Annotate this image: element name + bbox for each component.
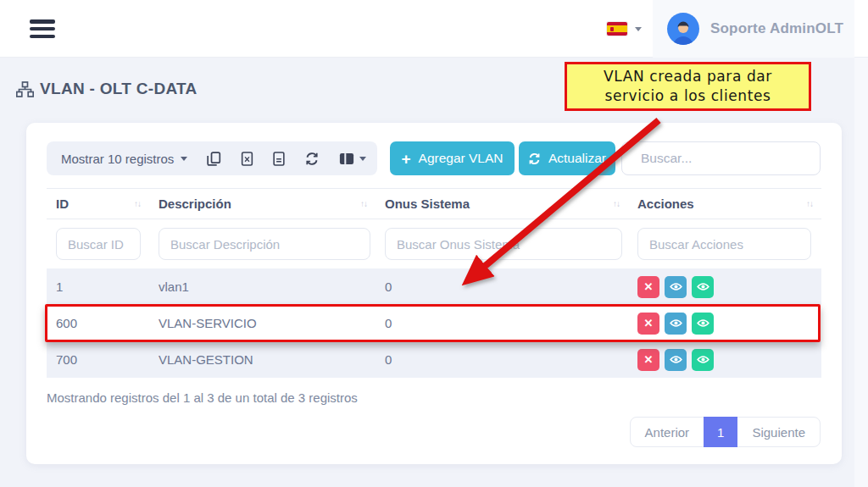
filter-onus-sistema-input[interactable]	[385, 228, 622, 260]
pagination-page-1-button[interactable]: 1	[704, 417, 737, 447]
excel-file-icon	[241, 152, 253, 166]
filter-row	[47, 219, 821, 269]
page-title: VLAN - OLT C-DATA	[40, 80, 198, 98]
reload-table-button[interactable]	[304, 152, 320, 166]
view-vlan-button[interactable]	[665, 349, 687, 371]
table-row-vlan1[interactable]: 1 vlan1 0 ✕	[47, 268, 821, 305]
hamburger-menu-icon[interactable]	[30, 19, 55, 38]
view-onus-button[interactable]	[692, 313, 714, 335]
cell-id: 600	[47, 305, 149, 341]
refresh-label: Actualizar	[548, 151, 606, 166]
user-menu[interactable]: Soporte AdminOLT	[653, 0, 854, 58]
eye-icon	[670, 355, 682, 364]
add-vlan-label: Agregar VLAN	[419, 151, 504, 166]
sort-icon[interactable]: ↑↓	[360, 196, 367, 208]
copy-icon	[207, 152, 221, 166]
chevron-down-icon	[635, 27, 642, 31]
cell-onus-sistema: 0	[376, 305, 628, 341]
cell-descripcion: VLAN-SERVICIO	[149, 305, 376, 341]
table-toolbar: Mostrar 10 registros	[47, 141, 821, 175]
pagination: Anterior 1 Siguiente	[630, 417, 821, 447]
export-excel-button[interactable]	[241, 152, 253, 166]
page-header: VLAN - OLT C-DATA	[16, 80, 198, 98]
avatar	[667, 13, 699, 45]
column-header-descripcion[interactable]: Descripción↑↓	[149, 189, 376, 219]
view-onus-button[interactable]	[692, 349, 714, 371]
refresh-icon	[528, 152, 541, 165]
column-header-onus-sistema[interactable]: Onus Sistema↑↓	[376, 189, 628, 219]
filter-acciones-input[interactable]	[637, 228, 811, 260]
view-vlan-button[interactable]	[665, 313, 687, 335]
global-search	[621, 141, 821, 175]
eye-icon	[697, 355, 709, 364]
spain-flag-icon	[607, 22, 627, 36]
pagination-next-button[interactable]: Siguiente	[737, 417, 821, 447]
top-navbar: Soporte AdminOLT	[0, 0, 868, 58]
sitemap-icon	[16, 81, 34, 97]
refresh-icon	[304, 152, 320, 166]
chevron-down-icon	[359, 157, 366, 161]
user-name: Soporte AdminOLT	[710, 20, 843, 37]
file-lines-icon	[273, 152, 285, 166]
x-icon: ✕	[644, 353, 654, 366]
cell-onus-sistema: 0	[376, 341, 628, 378]
filter-id-input[interactable]	[56, 228, 141, 260]
column-visibility-dropdown[interactable]	[339, 152, 366, 165]
annotation-line-1: VLAN creada para dar	[604, 67, 772, 86]
eye-icon	[670, 318, 682, 328]
chevron-down-icon	[181, 157, 187, 161]
columns-icon	[339, 152, 354, 165]
annotation-line-2: servicio a los clientes	[604, 86, 772, 106]
plus-icon: +	[401, 151, 410, 167]
scrollbar-track[interactable]	[854, 58, 868, 487]
add-vlan-button[interactable]: + Agregar VLAN	[390, 141, 515, 175]
eye-icon	[697, 318, 709, 328]
header-row: ID↑↓ Descripción↑↓ Onus Sistema↑↓ Accion…	[47, 189, 821, 219]
copy-button[interactable]	[207, 152, 221, 166]
table-tools-group: Mostrar 10 registros	[47, 141, 377, 175]
sort-icon[interactable]: ↑↓	[613, 196, 620, 208]
export-file-button[interactable]	[273, 152, 285, 166]
sort-icon[interactable]: ↑↓	[134, 196, 141, 208]
show-entries-label: Mostrar 10 registros	[61, 152, 174, 166]
cell-id: 700	[47, 341, 149, 378]
refresh-button[interactable]: Actualizar	[519, 141, 615, 175]
eye-icon	[670, 282, 682, 291]
view-onus-button[interactable]	[692, 276, 714, 298]
show-entries-dropdown[interactable]: Mostrar 10 registros	[61, 152, 187, 166]
cell-descripcion: VLAN-GESTION	[149, 341, 376, 378]
x-icon: ✕	[644, 317, 654, 329]
table-row-vlan-servicio[interactable]: 600 VLAN-SERVICIO 0 ✕	[47, 305, 821, 341]
column-header-acciones[interactable]: Acciones↑↓	[628, 189, 821, 219]
cell-descripcion: vlan1	[149, 268, 376, 305]
cell-id: 1	[47, 268, 149, 305]
view-vlan-button[interactable]	[665, 276, 687, 298]
delete-vlan-button[interactable]: ✕	[637, 313, 659, 335]
delete-vlan-button[interactable]: ✕	[637, 349, 659, 371]
table-info-text: Mostrando registros del 1 al 3 de un tot…	[47, 390, 358, 405]
delete-vlan-button[interactable]: ✕	[637, 276, 659, 298]
x-icon: ✕	[644, 280, 654, 293]
cell-onus-sistema: 0	[376, 268, 628, 305]
language-selector[interactable]	[607, 22, 642, 36]
sort-icon[interactable]: ↑↓	[806, 196, 813, 208]
annotation-callout: VLAN creada para dar servicio a los clie…	[565, 62, 811, 111]
column-header-id[interactable]: ID↑↓	[47, 189, 149, 219]
vlan-table: ID↑↓ Descripción↑↓ Onus Sistema↑↓ Accion…	[47, 188, 821, 378]
table-row-vlan-gestion[interactable]: 700 VLAN-GESTION 0 ✕	[47, 341, 821, 378]
filter-descripcion-input[interactable]	[159, 228, 370, 260]
eye-icon	[697, 282, 709, 291]
pagination-previous-button[interactable]: Anterior	[630, 417, 705, 447]
vlan-table-card: Mostrar 10 registros	[26, 123, 842, 464]
search-input[interactable]	[641, 151, 810, 166]
